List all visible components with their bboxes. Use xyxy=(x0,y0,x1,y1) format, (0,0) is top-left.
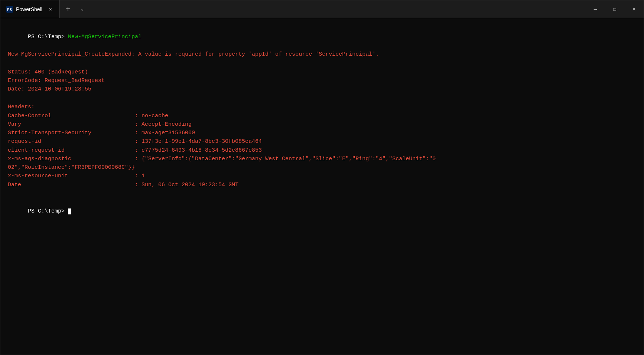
headers-container: Cache-Control : no-cacheVary : Accept-En… xyxy=(8,112,636,189)
titlebar: PS PowerShell × + ⌄ ─ □ ✕ xyxy=(0,0,644,18)
header-row: Date : Sun, 06 Oct 2024 19:23:54 GMT xyxy=(8,181,636,189)
header-row: x-ms-ags-diagnostic : {"ServerInfo":{"Da… xyxy=(8,155,636,163)
cursor xyxy=(68,208,71,214)
tab-title: PowerShell xyxy=(16,6,42,12)
maximize-button[interactable]: □ xyxy=(605,0,624,18)
header-row: request-id : 137f3ef1-99e1-4da7-8bc3-30f… xyxy=(8,137,636,146)
date-line: Date: 2024-10-06T19:23:55 xyxy=(8,85,636,93)
prompt2-text: PS C:\Temp> xyxy=(28,208,68,214)
prompt-line-2: PS C:\Temp> xyxy=(8,198,636,224)
tab-close-button[interactable]: × xyxy=(48,6,53,13)
empty-line-2 xyxy=(8,94,636,103)
svg-text:PS: PS xyxy=(7,7,12,12)
command-text: New-MgServicePrincipal xyxy=(68,34,142,40)
empty-line-3 xyxy=(8,189,636,198)
error-line: New-MgServicePrincipal_CreateExpanded: A… xyxy=(8,50,636,59)
tab-dropdown-button[interactable]: ⌄ xyxy=(76,0,88,18)
powershell-window: PS PowerShell × + ⌄ ─ □ ✕ PS C:\Temp> Ne… xyxy=(0,0,644,355)
errorcode-line: ErrorCode: Request_BadRequest xyxy=(8,76,636,85)
header-row: x-ms-resource-unit : 1 xyxy=(8,172,636,180)
status-line: Status: 400 (BadRequest) xyxy=(8,68,636,76)
window-controls: ─ □ ✕ xyxy=(586,0,644,18)
header-row: Strict-Transport-Security : max-age=3153… xyxy=(8,129,636,137)
header-row: Cache-Control : no-cache xyxy=(8,112,636,120)
minimize-button[interactable]: ─ xyxy=(586,0,605,18)
command-line: PS C:\Temp> New-MgServicePrincipal xyxy=(8,24,636,50)
header-row: client-request-id : c7775d24-6493-4b18-8… xyxy=(8,146,636,155)
prompt-text: PS C:\Temp> xyxy=(28,34,68,40)
headers-label: Headers: xyxy=(8,103,636,111)
terminal-body[interactable]: PS C:\Temp> New-MgServicePrincipal New-M… xyxy=(0,18,644,355)
active-tab[interactable]: PS PowerShell × xyxy=(0,0,60,18)
powershell-icon: PS xyxy=(6,6,13,13)
new-tab-button[interactable]: + xyxy=(60,0,76,18)
close-button[interactable]: ✕ xyxy=(624,0,644,18)
header-row: Vary : Accept-Encoding xyxy=(8,120,636,129)
header-row: 02","RoleInstance":"FR3PEPF0000068C"}} xyxy=(8,163,636,172)
empty-line-1 xyxy=(8,59,636,68)
